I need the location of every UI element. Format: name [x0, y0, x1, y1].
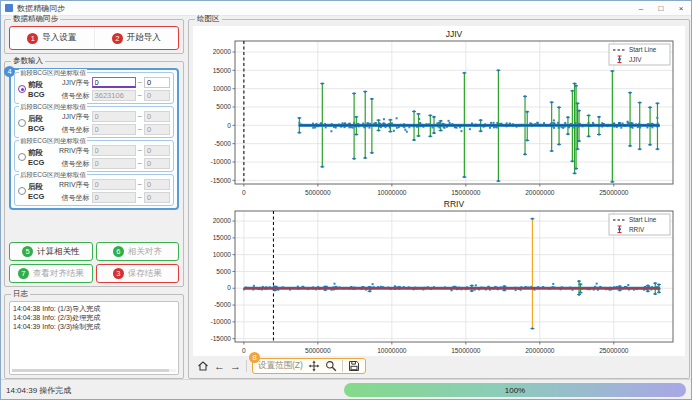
log-line: 14:04:38 Info: (2/3)处理完成 [13, 313, 175, 322]
figure-canvas[interactable]: 0500000010000000150000002000000025000000… [193, 26, 685, 356]
svg-text:20000: 20000 [213, 48, 232, 55]
log-list[interactable]: 14:04:38 Info: (1/3)导入完成 14:04:38 Info: … [9, 301, 179, 375]
left-panel: 数据精确同步 1 导入设置 2 开始导入 参数输入 4 前段BCG区间坐标取值 [4, 19, 184, 379]
jjiv-index-to-input[interactable] [144, 77, 170, 88]
signal-coord-from-input [92, 158, 136, 169]
rear-ecg-radio[interactable]: 后段ECG [18, 182, 54, 201]
radio-icon[interactable] [18, 187, 26, 195]
maximize-button[interactable]: □ [651, 1, 671, 15]
param-panel: 4 前段BCG区间坐标取值 前段BCG JJIV序号 ~ [9, 68, 179, 210]
svg-text:25000000: 25000000 [599, 347, 629, 354]
compute-correlation-button[interactable]: 5 计算相关性 [9, 242, 93, 261]
svg-text:10000: 10000 [213, 85, 232, 92]
sync-group-label: 数据精确同步 [11, 15, 60, 23]
zoom-icon[interactable] [325, 360, 337, 372]
signal-coord-to-input [144, 90, 170, 101]
section-title: 后段ECG区间坐标取值 [19, 171, 87, 178]
import-settings-button[interactable]: 1 导入设置 [10, 27, 94, 49]
tilde: ~ [138, 125, 142, 134]
log-line: 14:04:39 Info: (3/3)绘制完成 [13, 322, 175, 331]
matplotlib-toolbar: ← → 8 设置范围(Z) [193, 356, 685, 376]
section-front-bcg: 前段BCG区间坐标取值 前段BCG JJIV序号 ~ [14, 72, 174, 104]
forward-arrow-icon[interactable]: → [230, 360, 241, 372]
save-icon[interactable] [348, 360, 360, 372]
svg-text:-15000: -15000 [210, 177, 231, 184]
rriv-index-label: RRIV序号 [56, 180, 90, 190]
svg-text:5000000: 5000000 [305, 189, 331, 196]
tilde: ~ [138, 78, 142, 87]
step-badge-3: 3 [113, 268, 124, 279]
svg-text:0: 0 [242, 347, 246, 354]
section-rear-ecg: 后段ECG区间坐标取值 后段ECG RRIV序号 ~ [14, 174, 174, 206]
rriv-index-label: RRIV序号 [56, 146, 90, 156]
front-bcg-radio[interactable]: 前段BCG [18, 80, 54, 99]
svg-text:-15000: -15000 [210, 335, 231, 342]
svg-text:JJIV: JJIV [629, 56, 642, 63]
svg-text:RRIV: RRIV [444, 199, 465, 209]
log-line: 14:04:38 Info: (1/3)导入完成 [13, 304, 175, 313]
set-range-tool: 8 设置范围(Z) [252, 358, 366, 374]
step-badge-1: 1 [27, 33, 38, 44]
radio-label: 前段ECG [28, 148, 54, 167]
rear-bcg-radio[interactable]: 后段BCG [18, 114, 54, 133]
svg-text:5000: 5000 [216, 268, 231, 275]
pan-icon[interactable] [308, 360, 320, 372]
app-icon [5, 4, 13, 12]
home-icon[interactable] [197, 360, 209, 372]
start-import-button[interactable]: 2 开始导入 [94, 27, 179, 49]
svg-text:0: 0 [227, 284, 231, 291]
rriv-chart[interactable]: 0500000010000000150000002000000025000000… [193, 198, 685, 356]
sync-group: 数据精确同步 1 导入设置 2 开始导入 [4, 19, 184, 54]
signal-coord-label: 信号坐标 [56, 125, 90, 135]
svg-text:Start Line: Start Line [629, 216, 657, 223]
radio-label: 后段BCG [28, 114, 54, 133]
log-group-label: 日志 [11, 290, 30, 298]
svg-text:15000000: 15000000 [451, 189, 481, 196]
section-rear-bcg: 后段BCG区间坐标取值 后段BCG JJIV序号 ~ [14, 106, 174, 138]
view-align-result-button[interactable]: 7 查看对齐结果 [9, 264, 93, 283]
minimize-button[interactable]: – [631, 1, 651, 15]
tilde: ~ [138, 146, 142, 155]
statusbar: 14:04:39 操作完成 100% [1, 379, 691, 400]
progress-bar: 100% [344, 383, 686, 397]
svg-text:15000: 15000 [213, 67, 232, 74]
signal-coord-label: 信号坐标 [56, 91, 90, 101]
jjiv-chart[interactable]: 0500000010000000150000002000000025000000… [193, 28, 685, 198]
front-ecg-radio[interactable]: 前段ECG [18, 148, 54, 167]
jjiv-index-from-input[interactable] [92, 77, 136, 88]
plot-group: 绘图区 050000001000000015000000200000002500… [188, 19, 690, 379]
save-result-button[interactable]: 3 保存结果 [96, 264, 180, 283]
svg-text:-10000: -10000 [210, 318, 231, 325]
section-title: 前段ECG区间坐标取值 [19, 137, 87, 144]
radio-icon[interactable] [18, 119, 26, 127]
compute-correlation-label: 计算相关性 [37, 246, 80, 258]
jjiv-index-to-input [144, 111, 170, 122]
log-horizontal-scrollbar[interactable] [12, 369, 176, 372]
step-badge-5: 5 [22, 246, 33, 257]
rriv-index-to-input [144, 179, 170, 190]
svg-text:20000: 20000 [213, 217, 232, 224]
radio-label: 前段BCG [28, 80, 54, 99]
signal-coord-label: 信号坐标 [56, 193, 90, 203]
svg-text:Start Line: Start Line [629, 46, 657, 53]
signal-coord-from-input [92, 192, 136, 203]
radio-icon[interactable] [18, 85, 26, 93]
jjiv-index-label: JJIV序号 [56, 78, 90, 88]
tilde: ~ [138, 91, 142, 100]
rriv-index-to-input [144, 145, 170, 156]
signal-coord-label: 信号坐标 [56, 159, 90, 169]
radio-label: 后段ECG [28, 182, 54, 201]
log-group: 日志 14:04:38 Info: (1/3)导入完成 14:04:38 Inf… [4, 294, 184, 379]
plot-group-label: 绘图区 [195, 15, 222, 23]
tilde: ~ [138, 112, 142, 121]
close-button[interactable]: × [671, 1, 691, 15]
toolbar-separator [342, 360, 343, 372]
back-arrow-icon[interactable]: ← [214, 360, 225, 372]
section-front-ecg: 前段ECG区间坐标取值 前段ECG RRIV序号 ~ [14, 140, 174, 172]
start-import-label: 开始导入 [127, 32, 161, 44]
rriv-index-from-input [92, 145, 136, 156]
svg-text:5000: 5000 [216, 103, 231, 110]
signal-coord-to-input [144, 124, 170, 135]
correlation-align-button[interactable]: 6 相关对齐 [96, 242, 180, 261]
radio-icon[interactable] [18, 153, 26, 161]
